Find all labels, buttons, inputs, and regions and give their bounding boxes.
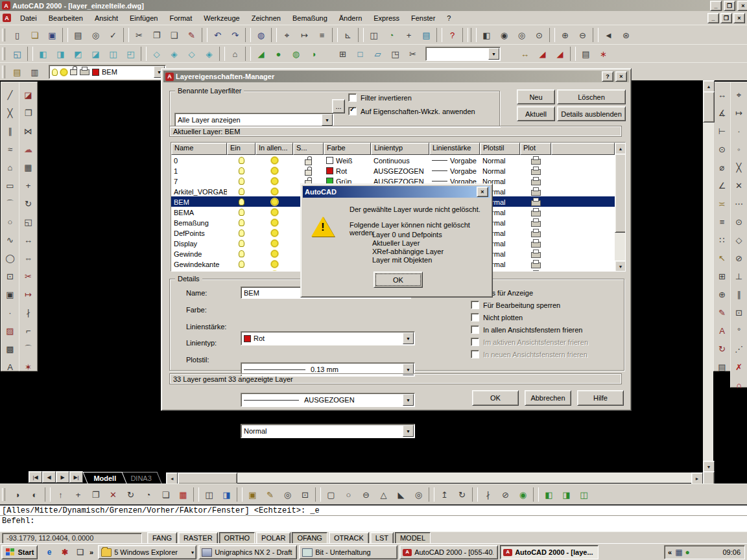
layer-filter-select[interactable]: Alle Layer anzeigen ▼ — [174, 113, 334, 127]
tolerance-icon[interactable]: ⊞ — [714, 267, 731, 285]
dim-ordinate-icon[interactable]: ⊢ — [714, 122, 731, 140]
ellipse-icon[interactable]: ◯ — [2, 249, 19, 267]
trim-icon[interactable]: ✂ — [20, 267, 37, 285]
point-icon[interactable]: · — [2, 303, 19, 321]
tab-nav-icon[interactable]: ▶ — [56, 471, 69, 483]
dialog-help-button[interactable]: ? — [602, 71, 613, 82]
tray-collapse-icon[interactable]: « — [668, 548, 672, 556]
layer-on-icon[interactable] — [239, 261, 244, 268]
menu-item[interactable]: Ändern — [334, 13, 367, 23]
insert-block-icon[interactable]: ⊡ — [2, 267, 19, 285]
freeze-icon[interactable] — [271, 157, 278, 164]
view-right-icon[interactable]: ◪ — [87, 45, 104, 62]
plot-icon[interactable] — [80, 69, 89, 75]
color-edges-icon[interactable]: ◨ — [218, 486, 235, 503]
column-header[interactable]: Plot — [520, 143, 551, 155]
taskbar-task[interactable]: AutoCAD 2000 - [055-40... — [399, 545, 498, 559]
dim-angular-icon[interactable]: ∠ — [714, 176, 731, 194]
dropdown-arrow-icon[interactable]: ▼ — [403, 332, 414, 344]
tab-nav-icon[interactable]: |◀ — [29, 471, 42, 483]
print-preview-icon[interactable]: ◎ — [87, 27, 104, 43]
menu-item[interactable]: Werkzeuge — [198, 13, 244, 23]
doc-restore-button[interactable]: ❐ — [720, 13, 732, 23]
shade-gouraud-icon[interactable]: ● — [270, 45, 287, 62]
column-header[interactable]: Name — [171, 143, 227, 155]
zoom-scale-icon[interactable]: ◎ — [513, 27, 530, 43]
snap-center-icon[interactable]: ⊙ — [731, 213, 747, 231]
copy-icon[interactable]: ❐ — [148, 27, 165, 43]
layer-option-checkbox[interactable]: Nicht plotten — [471, 312, 588, 322]
cut-icon[interactable]: ✂ — [130, 27, 148, 43]
spline-icon[interactable]: ∿ — [2, 231, 19, 249]
layer-on-icon[interactable] — [239, 157, 244, 164]
checkbox-checked-icon[interactable] — [348, 107, 357, 115]
dropdown-arrow-icon[interactable]: ▼ — [322, 114, 333, 126]
table-row[interactable]: 1 Rot AUSGEZOGEN Vorgabe Normal — [171, 165, 615, 176]
snap-insertion-icon[interactable]: ⊡ — [731, 303, 747, 321]
dim-style-icon[interactable]: ↔ — [516, 45, 534, 62]
menu-item[interactable]: Format — [164, 13, 197, 23]
dropdown-arrow-icon[interactable]: ▼ — [488, 48, 499, 60]
text-icon[interactable]: A — [2, 358, 19, 376]
dim-style-manager-icon[interactable]: ▤ — [714, 358, 731, 376]
quick-dimension-icon[interactable]: ≍ — [714, 194, 731, 213]
hide-details-button[interactable]: Details ausblenden — [557, 106, 626, 121]
dim-baseline-icon[interactable]: ≡ — [714, 213, 731, 231]
clean-icon[interactable]: ✎ — [261, 486, 279, 503]
extrude-faces-icon[interactable]: ↑ — [52, 486, 69, 503]
menu-item[interactable]: Bearbeiten — [43, 13, 88, 23]
scroll-up-icon[interactable]: ▲ — [703, 80, 715, 92]
named-views-icon[interactable]: ◫ — [365, 27, 383, 43]
task-group-arrow-icon[interactable]: ▾ — [191, 550, 194, 555]
shade-hidden-icon[interactable]: ◑ — [305, 45, 322, 62]
erase-icon[interactable]: ◪ — [20, 86, 37, 104]
snap-apparent-intersection-icon[interactable]: ✕ — [731, 176, 747, 194]
quick-leader2-icon[interactable]: ↖ — [714, 249, 731, 267]
menu-item[interactable]: Bemaßung — [287, 13, 333, 23]
copy-edges-icon[interactable]: ◫ — [200, 486, 218, 503]
snap-parallel-icon[interactable]: ∥ — [731, 285, 747, 303]
freeze-icon[interactable] — [271, 188, 278, 195]
freeze-icon[interactable] — [271, 271, 278, 272]
shade-flat-icon[interactable]: ◢ — [252, 45, 270, 62]
taskbar-task[interactable]: 5 Windows Explorer ▾ — [98, 545, 196, 559]
imprint-icon[interactable]: ▣ — [244, 486, 261, 503]
status-toggle[interactable]: MODEL — [395, 532, 431, 544]
snap-endpoint-icon[interactable]: ∙ — [731, 122, 747, 140]
color-swatch[interactable] — [326, 167, 333, 174]
layer-on-icon[interactable] — [239, 198, 244, 205]
copy-object-icon[interactable]: ❐ — [20, 104, 37, 122]
status-toggle[interactable]: ORTHO — [219, 532, 255, 544]
start-button[interactable]: Start — [1, 545, 38, 559]
plot-icon[interactable] — [531, 221, 541, 227]
checkbox-icon[interactable] — [471, 313, 479, 321]
database-connect-icon[interactable]: ▤ — [418, 27, 435, 43]
freeze-icon[interactable] — [271, 198, 278, 205]
tray-display-icon[interactable]: ▦ — [675, 548, 682, 556]
solid-cylinder-icon[interactable]: ⊖ — [357, 486, 375, 503]
move-icon[interactable]: + — [20, 176, 37, 194]
arc-icon[interactable]: ⌒ — [2, 194, 19, 213]
snap-quadrant-icon[interactable]: ◇ — [731, 231, 747, 249]
pan-realtime-icon[interactable]: + — [400, 27, 418, 43]
interfere-icon[interactable]: ◉ — [514, 486, 532, 503]
rotate-icon[interactable]: ↻ — [20, 194, 37, 213]
3d-orbit-icon[interactable]: ◔ — [383, 27, 400, 43]
offset-icon[interactable]: ☁ — [20, 140, 37, 158]
filter-invert-checkbox[interactable]: Filter invertieren — [348, 93, 412, 102]
freeze-icon[interactable] — [271, 240, 278, 247]
plotstyle-select[interactable]: Normal ▼ — [241, 424, 415, 438]
layer-option-checkbox[interactable]: Im aktiven Ansichtsfenster frieren — [471, 337, 588, 347]
explode-icon[interactable]: ✶ — [20, 358, 37, 376]
dropdown-arrow-icon[interactable]: ▼ — [403, 425, 414, 437]
delete-faces-icon[interactable]: ✕ — [104, 486, 122, 503]
polygonal-viewport-icon[interactable]: ▱ — [369, 45, 386, 62]
construction-line-icon[interactable]: ╳ — [2, 104, 19, 122]
scroll-right-icon[interactable]: ► — [691, 472, 703, 484]
solid-cone-icon[interactable]: △ — [375, 486, 392, 503]
command-window[interactable]: [Alles/Mitte/Dynamisch/Grenzen/Vorher/FA… — [0, 504, 747, 531]
region-icon[interactable]: ▩ — [2, 340, 19, 358]
checkbox-icon[interactable] — [471, 301, 479, 309]
table-row[interactable]: 0 Weiß Continuous Vorgabe Normal — [171, 155, 615, 165]
freeze-icon[interactable] — [271, 229, 278, 237]
